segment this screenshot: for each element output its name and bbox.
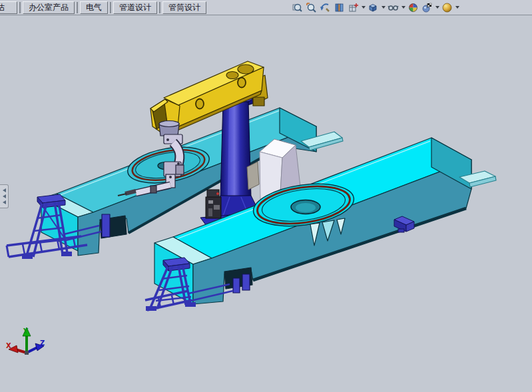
- dropdown-arrow-icon: [435, 6, 439, 9]
- zoom-to-fit-icon[interactable]: [290, 1, 304, 14]
- command-tabs: 估 办公室产品 电气 管道设计 管筒设计: [0, 0, 206, 15]
- heads-up-view-toolbar: [290, 1, 460, 14]
- collapse-left-arrow-icon: [3, 200, 6, 204]
- previous-view-icon[interactable]: [318, 1, 332, 14]
- application-window: X Y Z 估 办公室产品 电气 管道设计 管筒设计: [0, 0, 532, 392]
- tab-office-products[interactable]: 办公室产品: [23, 1, 75, 14]
- 3d-viewport[interactable]: X Y Z: [0, 0, 532, 392]
- tab-separator: [19, 2, 21, 13]
- dropdown-arrow-icon: [455, 6, 459, 9]
- collapse-left-arrow-icon: [3, 194, 6, 198]
- tab-separator: [77, 2, 78, 13]
- triad-y-label: Y: [23, 327, 29, 335]
- tab-separator: [110, 2, 111, 13]
- dropdown-arrow-icon: [401, 6, 405, 9]
- tab-piping-design[interactable]: 管道设计: [113, 1, 157, 14]
- dropdown-arrow-icon: [362, 6, 366, 9]
- tab-evaluate-partial[interactable]: 估: [0, 1, 17, 14]
- tab-tubing-design[interactable]: 管筒设计: [162, 1, 206, 14]
- section-view-icon[interactable]: [332, 1, 346, 14]
- command-manager-toolbar: 估 办公室产品 电气 管道设计 管筒设计: [0, 0, 532, 15]
- triad-z-label: Z: [40, 339, 45, 347]
- collapse-left-arrow-icon: [3, 188, 6, 192]
- tab-electrical[interactable]: 电气: [80, 1, 108, 14]
- dropdown-arrow-icon: [382, 6, 386, 9]
- view-orientation-dropdown[interactable]: [360, 1, 366, 14]
- display-style-dropdown[interactable]: [380, 1, 386, 14]
- edit-appearance-icon[interactable]: [406, 1, 420, 14]
- apply-scene-icon[interactable]: [420, 1, 434, 14]
- zoom-to-area-icon[interactable]: [304, 1, 318, 14]
- display-style-icon[interactable]: [366, 1, 380, 14]
- view-orientation-icon[interactable]: [346, 1, 360, 14]
- column-drive-unit[interactable]: [206, 190, 221, 218]
- apply-scene-dropdown[interactable]: [434, 1, 440, 14]
- triad-x-label: X: [6, 342, 11, 349]
- view-settings-icon[interactable]: [440, 1, 454, 14]
- tab-separator: [159, 2, 160, 13]
- hide-show-items-icon[interactable]: [386, 1, 400, 14]
- hide-show-items-dropdown[interactable]: [400, 1, 406, 14]
- feature-panel-collapse-toggle[interactable]: [0, 184, 9, 208]
- view-settings-dropdown[interactable]: [454, 1, 460, 14]
